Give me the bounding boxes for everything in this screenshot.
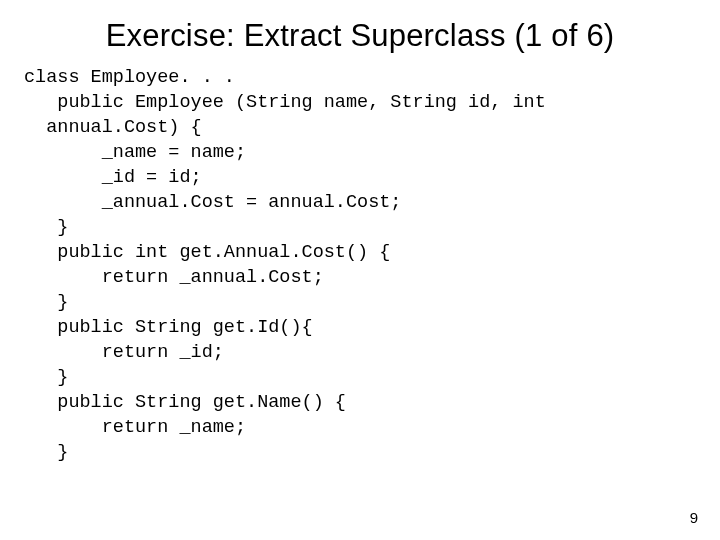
slide-title: Exercise: Extract Superclass (1 of 6) bbox=[0, 0, 720, 62]
code-block: class Employee. . . public Employee (Str… bbox=[0, 62, 720, 466]
slide: Exercise: Extract Superclass (1 of 6) cl… bbox=[0, 0, 720, 540]
page-number: 9 bbox=[690, 509, 698, 526]
